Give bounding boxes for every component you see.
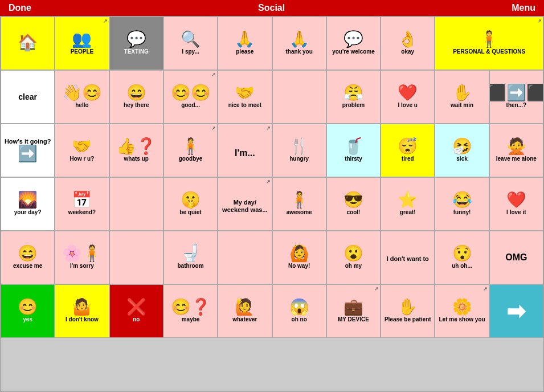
cell-maybe[interactable]: 😊❓ maybe bbox=[163, 284, 218, 338]
cell-personal-questions[interactable]: 🧍 PERSONAL & QUESTIONS ↗ bbox=[435, 17, 543, 70]
page-title: Social bbox=[258, 3, 285, 13]
cell-hows-it-going[interactable]: How's it going? ➡️ bbox=[1, 124, 55, 177]
cell-texting[interactable]: 💬 TEXTING bbox=[109, 17, 163, 70]
cell-empty3 bbox=[109, 231, 163, 284]
cell-hungry[interactable]: 🍴 hungry bbox=[272, 124, 326, 177]
cell-im-sorry[interactable]: 🌸🧍 I'm sorry bbox=[55, 231, 109, 284]
done-button[interactable]: Done bbox=[9, 3, 31, 13]
cell-i-spy[interactable]: 🔍 I spy... bbox=[163, 17, 218, 70]
cell-please-be-patient[interactable]: ✋ Please be patient bbox=[381, 284, 435, 338]
cell-then[interactable]: ⬛➡️⬛ then...? bbox=[489, 70, 543, 124]
cell-cool[interactable]: 😎 cool! bbox=[326, 177, 381, 231]
cell-empty1 bbox=[272, 70, 326, 124]
cell-be-quiet[interactable]: 🤫 be quiet bbox=[163, 177, 218, 231]
top-bar: Done Social Menu bbox=[0, 0, 544, 16]
cell-leave-me-alone[interactable]: 🙅 leave me alone bbox=[489, 124, 543, 177]
cell-yes[interactable]: 😊 yes bbox=[1, 284, 55, 338]
cell-whats-up[interactable]: 👍❓ whats up bbox=[109, 124, 163, 177]
cell-great[interactable]: ⭐ great! bbox=[381, 177, 435, 231]
cell-i-dont-want-to[interactable]: I don't want to bbox=[381, 231, 435, 284]
cell-home[interactable]: 🏠 bbox=[1, 17, 55, 70]
cell-goodbye[interactable]: 🧍 goodbye ↗ bbox=[163, 124, 218, 177]
cell-problem[interactable]: 😤 problem bbox=[326, 70, 381, 124]
cell-empty2 bbox=[109, 177, 163, 231]
cell-your-day[interactable]: 🌄 your day? bbox=[1, 177, 55, 231]
cell-uh-oh[interactable]: 😯 uh oh... bbox=[435, 231, 489, 284]
cell-empty4 bbox=[218, 231, 272, 284]
cell-wait-min[interactable]: ✋ wait min bbox=[435, 70, 489, 124]
cell-im[interactable]: ↗ I'm... bbox=[218, 124, 272, 177]
cell-my-day-weekend[interactable]: ↗ My day/ weekend was... bbox=[218, 177, 272, 231]
cell-let-me-show-you[interactable]: 🌼 Let me show you ↗ bbox=[435, 284, 489, 338]
cell-awesome[interactable]: 🧍 awesome bbox=[272, 177, 326, 231]
cell-hello[interactable]: 👋😊 hello bbox=[55, 70, 109, 124]
menu-button[interactable]: Menu bbox=[512, 3, 535, 13]
cell-hey-there[interactable]: 😄 hey there bbox=[109, 70, 163, 124]
cell-i-love-u[interactable]: ❤️ I love u bbox=[381, 70, 435, 124]
cell-funny[interactable]: 😂 funny! bbox=[435, 177, 489, 231]
cell-nice-to-meet[interactable]: 🤝 nice to meet bbox=[218, 70, 272, 124]
cell-no-way[interactable]: 🙆 No way! bbox=[272, 231, 326, 284]
cell-omg[interactable]: OMG bbox=[489, 231, 543, 284]
cell-i-love-it[interactable]: ❤️ I love it bbox=[489, 177, 543, 231]
cell-youre-welcome[interactable]: 💬 you're welcome bbox=[326, 17, 381, 70]
cell-weekend[interactable]: 📅 weekend? bbox=[55, 177, 109, 231]
cell-okay[interactable]: 👌 okay bbox=[381, 17, 435, 70]
cell-my-device[interactable]: 💼 MY DEVICE ↗ bbox=[326, 284, 381, 338]
cell-please[interactable]: 🙏 please bbox=[218, 17, 272, 70]
cell-whatever[interactable]: 🙋 whatever bbox=[218, 284, 272, 338]
cell-people[interactable]: 👥 PEOPLE ↗ bbox=[55, 17, 109, 70]
cell-next-arrow[interactable]: ➡ bbox=[489, 284, 543, 338]
cell-how-r-u[interactable]: 🤝 How r u? bbox=[55, 124, 109, 177]
cell-tired[interactable]: 😴 tired bbox=[381, 124, 435, 177]
cell-good[interactable]: 😊😊 good... ↗ bbox=[163, 70, 218, 124]
cell-oh-no[interactable]: 😱 oh no bbox=[272, 284, 326, 338]
cell-clear[interactable]: clear bbox=[1, 70, 55, 124]
cell-thirsty[interactable]: 🥤 thirsty bbox=[326, 124, 381, 177]
cell-excuse-me[interactable]: 😄 excuse me bbox=[1, 231, 55, 284]
cell-bathroom[interactable]: 🚽 bathroom bbox=[163, 231, 218, 284]
cell-sick[interactable]: 🤧 sick bbox=[435, 124, 489, 177]
cell-thank-you[interactable]: 🙏 thank you bbox=[272, 17, 326, 70]
cell-i-dont-know[interactable]: 🤷 I don't know bbox=[55, 284, 109, 338]
cell-no[interactable]: ❌ no bbox=[109, 284, 163, 338]
cell-oh-my[interactable]: 😮 oh my bbox=[326, 231, 381, 284]
grid-container: 🏠 👥 PEOPLE ↗ 💬 TEXTING 🔍 I spy... 🙏 plea… bbox=[0, 16, 544, 392]
